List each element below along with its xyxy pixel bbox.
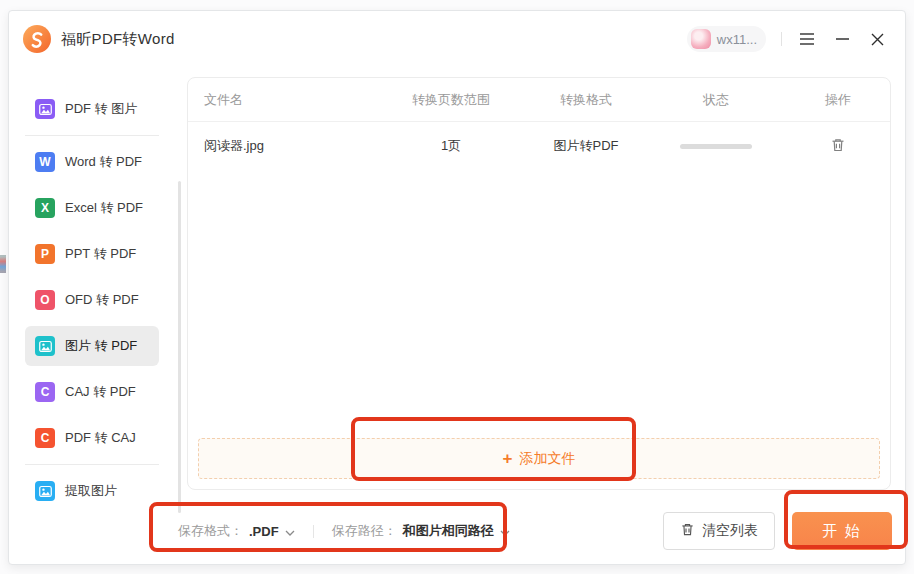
add-file-button[interactable]: + 添加文件 — [198, 438, 880, 479]
plus-icon: + — [503, 450, 513, 467]
minimize-icon[interactable] — [832, 29, 852, 49]
save-format-dropdown[interactable]: 保存格式： .PDF — [178, 522, 295, 540]
sidebar-item-label: 提取图片 — [65, 482, 117, 500]
app-logo-icon — [23, 25, 51, 53]
app-title: 福昕PDF转Word — [61, 30, 175, 49]
clear-list-button[interactable]: 清空列表 — [663, 512, 775, 550]
convert-format: 图片转PDF — [526, 137, 646, 155]
footer: 保存格式： .PDF 保存路径： 和图片相同路径 清空列表 — [9, 503, 905, 559]
sidebar-item-label: PDF 转 CAJ — [65, 429, 136, 447]
sidebar-item-caj-to-pdf[interactable]: CCAJ 转 PDF — [25, 372, 159, 412]
actions-cell — [786, 135, 890, 158]
table-row: 阅读器.jpg1页图片转PDF — [188, 122, 890, 170]
sidebar-divider — [25, 135, 159, 136]
image-icon — [35, 99, 55, 119]
user-account[interactable]: wx11... — [687, 26, 766, 52]
hamburger-menu-icon[interactable] — [797, 29, 817, 49]
ppt-icon: P — [35, 244, 55, 264]
excel-icon: X — [35, 198, 55, 218]
sidebar-item-label: Word 转 PDF — [65, 153, 142, 171]
sidebar-list: PDF 转 图片WWord 转 PDFXExcel 转 PDFPPPT 转 PD… — [25, 89, 187, 511]
sidebar-item-excel-to-pdf[interactable]: XExcel 转 PDF — [25, 188, 159, 228]
sidebar-item-image-to-pdf[interactable]: 图片 转 PDF — [25, 326, 159, 366]
sidebar-item-label: PDF 转 图片 — [65, 100, 137, 118]
close-icon[interactable] — [867, 29, 887, 49]
trash-icon — [680, 522, 695, 540]
sidebar: PDF 转 图片WWord 转 PDFXExcel 转 PDFPPPT 转 PD… — [9, 67, 187, 564]
start-button[interactable]: 开 始 — [792, 512, 892, 550]
sidebar-item-ofd-to-pdf[interactable]: OOFD 转 PDF — [25, 280, 159, 320]
save-path-value: 和图片相同路径 — [403, 522, 494, 540]
column-header: 转换页数范围 — [376, 91, 526, 109]
sidebar-item-ppt-to-pdf[interactable]: PPPT 转 PDF — [25, 234, 159, 274]
titlebar-separator — [781, 32, 782, 46]
table-body: 阅读器.jpg1页图片转PDF — [188, 122, 890, 170]
file-list-panel: 文件名转换页数范围转换格式状态操作 阅读器.jpg1页图片转PDF + 添加文件 — [187, 77, 891, 490]
chevron-down-icon — [500, 524, 510, 539]
sidebar-item-label: Excel 转 PDF — [65, 199, 143, 217]
caj-icon: C — [35, 428, 55, 448]
titlebar: 福昕PDF转Word wx11... — [9, 11, 905, 67]
status-cell — [646, 144, 786, 149]
save-path-dropdown[interactable]: 保存路径： 和图片相同路径 — [332, 522, 510, 540]
caj-icon: C — [35, 382, 55, 402]
sidebar-divider — [25, 464, 159, 465]
ofd-icon: O — [35, 290, 55, 310]
save-format-label: 保存格式： — [178, 522, 243, 540]
footer-separator — [313, 525, 314, 538]
column-header: 操作 — [786, 91, 890, 109]
image-icon — [35, 336, 55, 356]
add-file-label: 添加文件 — [519, 450, 575, 468]
sidebar-item-label: OFD 转 PDF — [65, 291, 139, 309]
column-header: 状态 — [646, 91, 786, 109]
sidebar-item-label: 图片 转 PDF — [65, 337, 137, 355]
progress-bar — [680, 144, 752, 149]
sidebar-item-label: PPT 转 PDF — [65, 245, 136, 263]
image-extract-icon — [35, 481, 55, 501]
sidebar-item-pdf-to-caj[interactable]: CPDF 转 CAJ — [25, 418, 159, 458]
word-icon: W — [35, 152, 55, 172]
sidebar-item-word-to-pdf[interactable]: WWord 转 PDF — [25, 142, 159, 182]
sidebar-item-pdf-to-image[interactable]: PDF 转 图片 — [25, 89, 159, 129]
trash-icon — [830, 137, 846, 156]
column-header: 文件名 — [188, 91, 376, 109]
file-name: 阅读器.jpg — [188, 137, 376, 155]
page-range: 1页 — [376, 137, 526, 155]
delete-row-button[interactable] — [828, 135, 848, 158]
save-controls: 保存格式： .PDF 保存路径： 和图片相同路径 — [178, 522, 510, 540]
chevron-down-icon — [285, 524, 295, 539]
user-name: wx11... — [717, 32, 757, 47]
app-window: 福昕PDF转Word wx11... PDF 转 图片WWord 转 PDFXE… — [8, 10, 906, 565]
save-format-value: .PDF — [249, 524, 279, 539]
column-header: 转换格式 — [526, 91, 646, 109]
avatar — [691, 29, 711, 49]
clear-list-label: 清空列表 — [702, 522, 758, 540]
background-window-fragment — [0, 255, 6, 273]
save-path-label: 保存路径： — [332, 522, 397, 540]
table-header: 文件名转换页数范围转换格式状态操作 — [188, 78, 890, 122]
sidebar-item-label: CAJ 转 PDF — [65, 383, 136, 401]
sidebar-scrollbar[interactable] — [178, 181, 181, 513]
